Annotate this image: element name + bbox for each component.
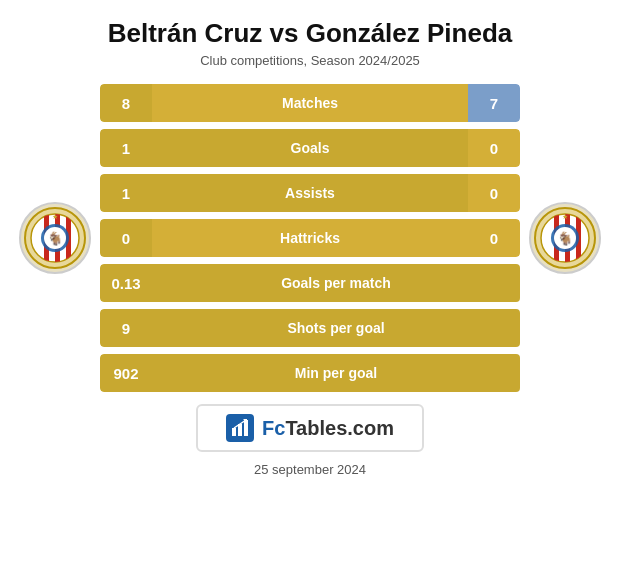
svg-text:🐐: 🐐 (47, 230, 64, 247)
svg-rect-22 (244, 420, 248, 436)
stat-right-goals: 0 (468, 129, 520, 167)
stat-label-shots-per-goal: Shots per goal (152, 309, 520, 347)
stat-row-min-per-goal: 902Min per goal (100, 354, 520, 392)
right-logo-col: 🐐 ★ (520, 202, 610, 274)
stat-left-assists: 1 (100, 174, 152, 212)
stat-label-matches: Matches (152, 84, 468, 122)
svg-text:🐐: 🐐 (557, 230, 574, 247)
svg-text:★: ★ (52, 213, 58, 220)
stat-left-hattricks: 0 (100, 219, 152, 257)
stat-left-matches: 8 (100, 84, 152, 122)
fctables-banner: FcTables.com (196, 404, 424, 452)
stats-column: 8Matches71Goals01Assists00Hattricks00.13… (100, 84, 520, 392)
stat-right-hattricks: 0 (468, 219, 520, 257)
right-team-logo: 🐐 ★ (529, 202, 601, 274)
stat-left-goals-per-match: 0.13 (100, 264, 152, 302)
page-title: Beltrán Cruz vs González Pineda (20, 18, 600, 49)
page: Beltrán Cruz vs González Pineda Club com… (0, 0, 620, 580)
stat-row-shots-per-goal: 9Shots per goal (100, 309, 520, 347)
fctables-label: FcTables.com (262, 417, 394, 440)
fctables-icon (226, 414, 254, 442)
stat-right-assists: 0 (468, 174, 520, 212)
stat-left-min-per-goal: 902 (100, 354, 152, 392)
stat-left-shots-per-goal: 9 (100, 309, 152, 347)
header: Beltrán Cruz vs González Pineda Club com… (0, 0, 620, 74)
stat-right-matches: 7 (468, 84, 520, 122)
left-logo-col: 🐐 ★ (10, 202, 100, 274)
comparison-area: 🐐 ★ 8Matches71Goals01Assists00Hattricks0… (0, 74, 620, 392)
stat-row-matches: 8Matches7 (100, 84, 520, 122)
stat-label-min-per-goal: Min per goal (152, 354, 520, 392)
stat-label-goals-per-match: Goals per match (152, 264, 520, 302)
stat-label-goals: Goals (152, 129, 468, 167)
stat-row-hattricks: 0Hattricks0 (100, 219, 520, 257)
svg-rect-20 (232, 428, 236, 436)
stat-row-goals: 1Goals0 (100, 129, 520, 167)
footer-date: 25 september 2024 (254, 462, 366, 477)
stat-label-assists: Assists (152, 174, 468, 212)
stat-left-goals: 1 (100, 129, 152, 167)
stat-row-assists: 1Assists0 (100, 174, 520, 212)
page-subtitle: Club competitions, Season 2024/2025 (20, 53, 600, 68)
stat-row-goals-per-match: 0.13Goals per match (100, 264, 520, 302)
svg-text:★: ★ (562, 213, 568, 220)
stat-label-hattricks: Hattricks (152, 219, 468, 257)
left-team-logo: 🐐 ★ (19, 202, 91, 274)
